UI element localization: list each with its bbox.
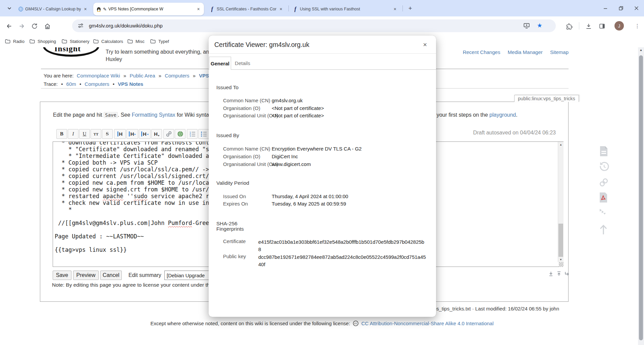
external-link-button[interactable] [175,129,185,139]
folder-icon [150,39,156,44]
bookmark-folder-type[interactable]: Typef [150,38,171,45]
italic-button[interactable]: I [68,129,78,139]
bookmark-star-icon[interactable]: ★ [537,22,542,29]
tab-close-icon[interactable]: × [196,6,201,12]
profile-avatar[interactable]: J [614,21,624,31]
bookmark-folder-calculators[interactable]: Calculators [93,38,123,45]
forward-button[interactable] [17,21,27,31]
restore-button[interactable] [613,0,629,16]
tab-close-icon[interactable]: × [83,6,88,12]
browser-scrollbar[interactable]: ▲ [638,47,644,345]
sitemap-link[interactable]: Sitemap [550,49,569,55]
jump-to-bottom-icon[interactable] [548,271,555,278]
tab-general[interactable]: General [209,57,231,70]
old-revisions-icon[interactable] [599,162,609,173]
ordered-list-button[interactable]: 123 [187,129,198,139]
headline-same-button[interactable]: H [114,129,126,139]
export-pdf-icon[interactable] [599,192,608,204]
tab-close-icon[interactable]: × [278,6,284,12]
textarea-resize-grip[interactable] [559,262,564,267]
cert-field-value: www.digicert.com [272,161,311,167]
trace-link[interactable]: Computers [85,81,109,87]
cert-field-value: <Not part of certificate> [272,113,324,118]
bookmark-folder-stationery[interactable]: Stationery [62,38,90,45]
minimize-button[interactable] [598,0,613,16]
url-text[interactable]: gm4slv.org.uk/dokuwiki/doku.php [89,19,163,32]
strikethrough-button[interactable]: S [102,129,113,139]
bold-button[interactable]: B [56,129,67,139]
editor-scrollbar[interactable]: ▲ ▼ [558,142,564,262]
tab-divider [288,5,289,11]
preview-button[interactable]: Preview [73,271,99,280]
monospace-button[interactable]: TT [91,129,101,139]
tab-title: GM4SLV - Callsign Lookup by Q [25,7,81,11]
scroll-down-icon[interactable]: ▼ [558,257,564,262]
playground-link[interactable]: playground [489,112,516,118]
cert-field-label: Organisation (O) [223,154,260,159]
cert-field-label: Organisational Unit (OU) [223,161,278,167]
scrollbar-up-icon[interactable]: ▲ [638,48,644,52]
tab-gm4slv-callsign[interactable]: GM4SLV - Callsign Lookup by Q × [15,3,91,15]
show-page-icon[interactable] [599,146,608,158]
bookmark-folder-shopping[interactable]: Shopping [30,38,56,45]
section-issued-by: Issued By [216,133,239,138]
cert-field-value: Thursday, 4 April 2024 at 01:00:00 [272,193,348,199]
dialog-close-icon[interactable]: × [421,40,429,49]
dialog-title: Certificate Viewer: gm4slv.org.uk [214,41,309,49]
side-panel-icon[interactable] [597,21,607,31]
save-button[interactable]: Save [53,271,71,280]
cancel-button[interactable]: Cancel [100,271,122,280]
tab-using-ssl[interactable]: f Using SSL with various Fasthost × [290,3,400,15]
fold-unfold-icon[interactable] [599,208,606,217]
tab-search-chevron-icon[interactable] [5,4,14,13]
site-controls-icon[interactable] [77,22,84,30]
internal-link-button[interactable] [163,129,174,139]
headline-lower-button[interactable]: H▸ [126,129,138,139]
browser-menu-kebab-icon[interactable]: ⋮ [633,21,641,31]
unordered-list-button[interactable] [198,129,209,139]
cc-license-icon: cc [353,321,359,326]
tab-vps-notes[interactable]: ✎ VPS Notes [Commonplace W × [93,3,204,15]
new-tab-button[interactable]: + [406,4,415,13]
headline-higher-button[interactable]: H◂ [139,129,151,139]
backlinks-icon[interactable] [599,178,608,188]
home-button[interactable] [42,21,52,31]
dialog-tabs-divider [209,69,436,70]
underline-button[interactable]: U [79,129,90,139]
tab-details[interactable]: Details [232,57,253,69]
reload-button[interactable] [30,21,40,31]
jump-to-top-icon[interactable] [556,271,563,278]
chain-link-icon [166,131,172,137]
formatting-syntax-link[interactable]: Formatting Syntax [132,112,175,118]
cert-field-label: Organisational Unit (OU) [223,113,278,118]
media-manager-link[interactable]: Media Manager [508,49,543,55]
back-to-page-icon[interactable] [564,271,571,278]
breadcrumb-link[interactable]: Commonplace Wiki [77,73,120,78]
extensions-puzzle-icon[interactable] [564,21,574,31]
headline-select-button[interactable]: H▾ [151,129,162,139]
cert-field-value: Tuesday, 6 May 2025 at 00:59:59 [272,201,346,207]
tab-ssl-certificates[interactable]: f SSL Certificates - Fasthosts Con × [207,3,286,15]
tab-close-icon[interactable]: × [392,6,398,12]
recent-changes-link[interactable]: Recent Changes [463,49,500,55]
back-to-top-icon[interactable] [599,224,608,237]
downloads-icon[interactable] [584,21,594,31]
trace-current[interactable]: VPS Notes [118,81,143,87]
bookmark-folder-misc[interactable]: Misc [127,38,145,45]
install-app-icon[interactable] [523,22,530,31]
cc-license-link[interactable]: CC Attribution-Noncommercial-Share Alike… [361,321,493,326]
back-button[interactable] [4,21,14,31]
close-window-button[interactable] [629,0,644,16]
bookmark-label: Stationery [70,39,90,44]
cert-row: Organisation (O) <Not part of certificat… [209,105,436,113]
editor-scroll-thumb[interactable] [558,224,563,258]
trace-link[interactable]: 60m [66,81,76,87]
breadcrumb-link[interactable]: Computers [165,73,189,78]
bookmark-folder-radio[interactable]: Radio [5,38,24,45]
tab-divider [402,5,403,11]
scroll-up-icon[interactable]: ▲ [558,142,564,147]
breadcrumb-link[interactable]: Public Area [130,73,155,78]
cert-row: Organisational Unit (OU) <Not part of ce… [209,113,436,120]
address-bar[interactable]: gm4slv.org.uk/dokuwiki/doku.php ★ [72,19,556,32]
scrollbar-thumb[interactable] [639,55,643,340]
